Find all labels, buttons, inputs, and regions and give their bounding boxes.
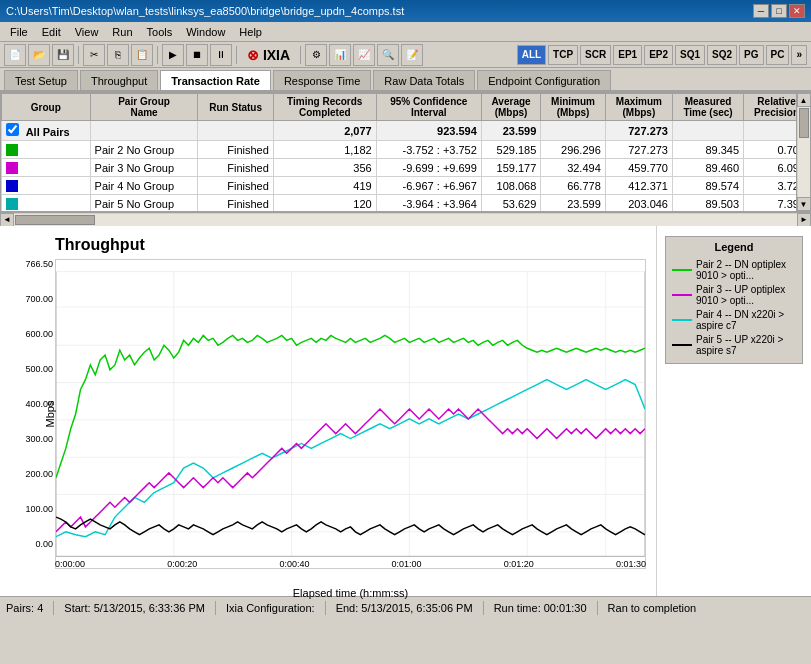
- tb2-pg[interactable]: PG: [739, 45, 763, 65]
- main-content: Group Pair GroupName Run Status Timing R…: [0, 92, 811, 596]
- tab-response-time[interactable]: Response Time: [273, 70, 371, 90]
- legend-label-pair2: Pair 2 -- DN optiplex 9010 > opti...: [696, 259, 796, 281]
- toolbar-stop[interactable]: ⏹: [186, 44, 208, 66]
- all-pairs-label: All Pairs: [2, 121, 91, 141]
- scrollbar-up-btn[interactable]: ▲: [797, 93, 811, 107]
- toolbar-misc3[interactable]: 📈: [353, 44, 375, 66]
- toolbar-pause[interactable]: ⏸: [210, 44, 232, 66]
- pair5-line: [56, 517, 645, 535]
- legend-label-pair3: Pair 3 -- UP optiplex 9010 > opti...: [696, 284, 796, 306]
- minimize-button[interactable]: ─: [753, 4, 769, 18]
- toolbar-misc2[interactable]: 📊: [329, 44, 351, 66]
- toolbar-open[interactable]: 📂: [28, 44, 50, 66]
- col-measured: MeasuredTime (sec): [672, 94, 743, 121]
- pair2-icon: [6, 144, 18, 156]
- scrollbar-down-btn[interactable]: ▼: [797, 197, 811, 211]
- toolbar-save[interactable]: 💾: [52, 44, 74, 66]
- xtick-20: 0:00:20: [167, 559, 197, 569]
- toolbar-sep-1: [78, 46, 79, 64]
- menu-window[interactable]: Window: [180, 24, 231, 40]
- toolbar-run[interactable]: ▶: [162, 44, 184, 66]
- table-scrollbar-v[interactable]: ▲ ▼: [796, 93, 810, 211]
- toolbar-new[interactable]: 📄: [4, 44, 26, 66]
- tb2-sq2[interactable]: SQ2: [707, 45, 737, 65]
- pair5-icon: [6, 198, 18, 210]
- pair2-line: [56, 335, 645, 477]
- col-maximum: Maximum(Mbps): [605, 94, 672, 121]
- col-pair-group: Pair GroupName: [90, 94, 198, 121]
- tb2-sq1[interactable]: SQ1: [675, 45, 705, 65]
- pair5-status: Finished: [198, 195, 273, 212]
- scroll-h-thumb[interactable]: [15, 215, 95, 225]
- menu-edit[interactable]: Edit: [36, 24, 67, 40]
- menu-run[interactable]: Run: [106, 24, 138, 40]
- pair4-confidence: -6.967 : +6.967: [376, 177, 481, 195]
- toolbar-cut[interactable]: ✂: [83, 44, 105, 66]
- tb2-ep1[interactable]: EP1: [613, 45, 642, 65]
- pair2-confidence: -3.752 : +3.752: [376, 141, 481, 159]
- col-minimum: Minimum(Mbps): [541, 94, 605, 121]
- toolbar-misc4[interactable]: 🔍: [377, 44, 399, 66]
- status-completion: Ran to completion: [608, 602, 697, 614]
- all-pairs-average: 23.599: [481, 121, 540, 141]
- all-pairs-status: [198, 121, 273, 141]
- tb2-ep2[interactable]: EP2: [644, 45, 673, 65]
- menu-view[interactable]: View: [69, 24, 105, 40]
- tb2-scr[interactable]: SCR: [580, 45, 611, 65]
- all-pairs-time: [672, 121, 743, 141]
- data-table-container: Group Pair GroupName Run Status Timing R…: [0, 92, 811, 212]
- scrollbar-thumb[interactable]: [799, 108, 809, 138]
- tb2-all[interactable]: ALL: [517, 45, 546, 65]
- pair3-icon-cell: [2, 159, 91, 177]
- ytick-100: 100.00: [17, 504, 53, 514]
- scroll-left-btn[interactable]: ◄: [0, 213, 14, 227]
- scrollbar-track[interactable]: [798, 107, 810, 197]
- pair4-icon: [6, 180, 18, 192]
- scroll-h-track[interactable]: [14, 214, 797, 226]
- status-ixia: Ixia Configuration:: [226, 602, 315, 614]
- all-pairs-checkbox[interactable]: [6, 123, 19, 136]
- ytick-500: 500.00: [17, 364, 53, 374]
- status-bar: Pairs: 4 Start: 5/13/2015, 6:33:36 PM Ix…: [0, 596, 811, 618]
- legend-item-pair4: Pair 4 -- DN x220i > aspire c7: [672, 309, 796, 331]
- legend-item-pair3: Pair 3 -- UP optiplex 9010 > opti...: [672, 284, 796, 306]
- menu-tools[interactable]: Tools: [141, 24, 179, 40]
- pair3-name: Pair 3 No Group: [90, 159, 198, 177]
- close-button[interactable]: ✕: [789, 4, 805, 18]
- tb2-pc[interactable]: PC: [766, 45, 790, 65]
- ixia-logo: ⊗ IXIA: [247, 47, 290, 63]
- tb2-more[interactable]: »: [791, 45, 807, 65]
- maximize-button[interactable]: □: [771, 4, 787, 18]
- pair4-name: Pair 4 No Group: [90, 177, 198, 195]
- tab-endpoint-config[interactable]: Endpoint Configuration: [477, 70, 611, 90]
- tb2-tcp[interactable]: TCP: [548, 45, 578, 65]
- tab-throughput[interactable]: Throughput: [80, 70, 158, 90]
- xtick-90: 0:01:30: [616, 559, 646, 569]
- tab-transaction-rate[interactable]: Transaction Rate: [160, 70, 271, 90]
- toolbar-misc1[interactable]: ⚙: [305, 44, 327, 66]
- menu-bar: File Edit View Run Tools Window Help: [0, 22, 811, 42]
- pair4-time: 89.574: [672, 177, 743, 195]
- pair3-icon: [6, 162, 18, 174]
- toolbar-misc5[interactable]: 📝: [401, 44, 423, 66]
- pair3-confidence: -9.699 : +9.699: [376, 159, 481, 177]
- menu-file[interactable]: File: [4, 24, 34, 40]
- pair5-completed: 120: [273, 195, 376, 212]
- tab-raw-data-totals[interactable]: Raw Data Totals: [373, 70, 475, 90]
- ytick-700: 700.00: [17, 294, 53, 304]
- pair5-confidence: -3.964 : +3.964: [376, 195, 481, 212]
- ytick-200: 200.00: [17, 469, 53, 479]
- legend-color-pair2: [672, 269, 692, 271]
- chart-area: Throughput Mbps 766.50 700.00 600.00 500…: [0, 226, 811, 596]
- all-pairs-minimum: [541, 121, 605, 141]
- status-end: End: 5/13/2015, 6:35:06 PM: [336, 602, 473, 614]
- menu-help[interactable]: Help: [233, 24, 268, 40]
- scroll-right-btn[interactable]: ►: [797, 213, 811, 227]
- toolbar-copy[interactable]: ⎘: [107, 44, 129, 66]
- table-scrollbar-h[interactable]: ◄ ►: [0, 212, 811, 226]
- toolbar-paste[interactable]: 📋: [131, 44, 153, 66]
- col-run-status: Run Status: [198, 94, 273, 121]
- legend-color-pair4: [672, 319, 692, 321]
- tab-test-setup[interactable]: Test Setup: [4, 70, 78, 90]
- all-pairs-completed: 2,077: [273, 121, 376, 141]
